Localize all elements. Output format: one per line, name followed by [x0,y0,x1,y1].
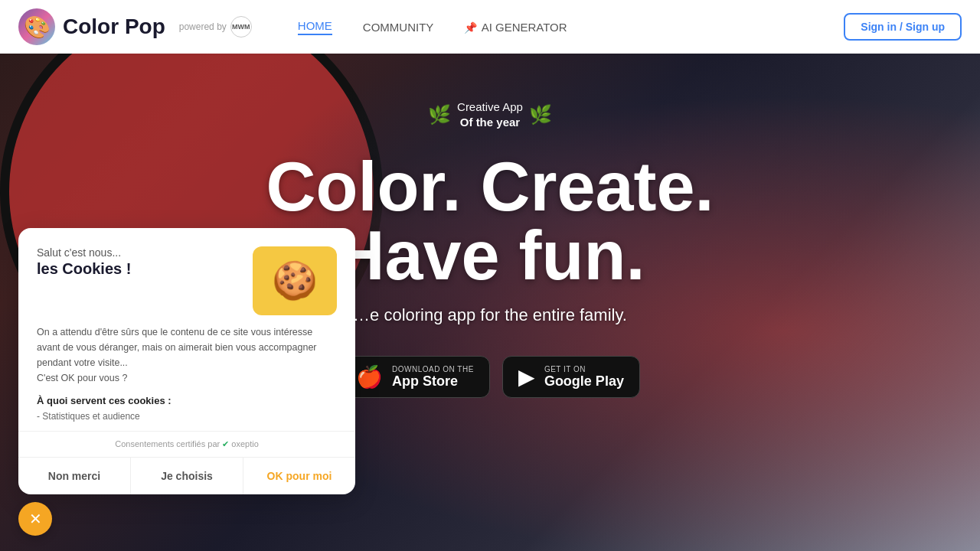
close-fab-button[interactable]: ✕ [18,502,52,536]
powered-by-text: powered by [179,21,227,32]
store-buttons: 🍎 Download on the App Store ▶ GET IT ON … [340,356,640,398]
nav-community[interactable]: COMMUNITY [363,21,434,34]
cookie-decline-button[interactable]: Non merci [18,458,131,494]
cookie-popup: Salut c'est nous... les Cookies ! 🍪 On a… [18,228,355,494]
google-play-sub: GET IT ON [544,365,624,373]
logo-area: 🎨 Color Pop powered by MWM [18,8,252,45]
apple-icon: 🍎 [356,364,383,390]
certified-brand: oxeptio [231,439,258,448]
cookie-title-area: Salut c'est nous... les Cookies ! [37,246,240,278]
award-line2: Of the year [457,115,523,130]
google-play-text: GET IT ON Google Play [544,365,624,390]
signin-button[interactable]: Sign in / Sign up [844,13,962,41]
google-play-name: Google Play [544,373,624,390]
cookie-title: les Cookies ! [37,260,240,278]
navbar: 🎨 Color Pop powered by MWM HOME COMMUNIT… [0,0,980,54]
powered-by: powered by MWM [179,16,252,37]
laurel-left-icon: 🌿 [428,104,451,126]
award-text: Creative App Of the year [457,99,523,129]
cookie-header: Salut c'est nous... les Cookies ! 🍪 [18,228,355,315]
cookie-section-title: À quoi servent ces cookies : [37,395,337,406]
cookie-body: On a attendu d'être sûrs que le contenu … [18,315,355,386]
app-store-button[interactable]: 🍎 Download on the App Store [340,356,490,398]
cookie-body-text: On a attendu d'être sûrs que le contenu … [37,327,317,383]
nav-home[interactable]: HOME [298,19,332,35]
award-badge: 🌿 Creative App Of the year 🌿 [428,99,552,129]
nav-ai-generator[interactable]: 📌 AI GENERATOR [464,21,567,34]
certified-text: Consentements certifiés par [115,439,220,448]
close-icon: ✕ [29,510,42,528]
mwm-logo: MWM [230,16,252,37]
pin-icon: 📌 [464,21,477,34]
laurel-right-icon: 🌿 [529,104,552,126]
logo-title: Color Pop [63,15,165,39]
cookie-certified: Consentements certifiés par ✔ oxeptio [18,431,355,457]
app-store-text: Download on the App Store [392,365,474,390]
hero-subtitle: …e coloring app for the entire family. [353,305,627,325]
google-play-icon: ▶ [518,364,535,390]
cookie-salut: Salut c'est nous... [37,246,240,259]
cookie-mascot: 🍪 [253,246,337,315]
logo-avatar: 🎨 [18,8,55,45]
cookie-choose-button[interactable]: Je choisis [131,458,243,494]
cookie-section-item: - Statistiques et audience [37,411,337,422]
hero-headline-line1: Color. Create. [266,152,714,221]
cookie-actions: Non merci Je choisis OK pour moi [18,457,355,494]
cookie-accept-button[interactable]: OK pour moi [243,458,355,494]
award-line1: Creative App [457,99,523,115]
nav-links: HOME COMMUNITY 📌 AI GENERATOR [298,19,567,35]
app-store-name: App Store [392,373,474,390]
cookie-section: À quoi servent ces cookies : - Statistiq… [18,386,355,422]
google-play-button[interactable]: ▶ GET IT ON Google Play [502,356,640,398]
app-store-sub: Download on the [392,365,474,373]
check-icon: ✔ [222,439,231,448]
